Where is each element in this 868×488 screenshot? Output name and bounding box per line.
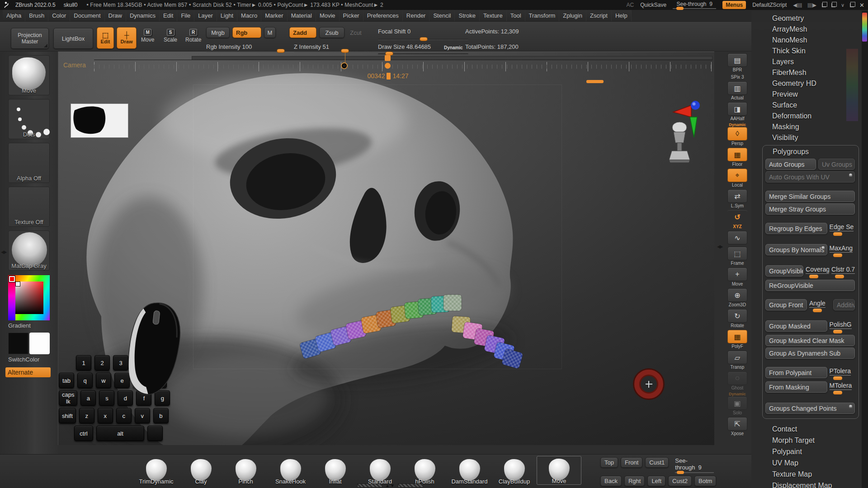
rgb-intensity-handle[interactable] (277, 49, 285, 53)
rgb-intensity-track[interactable] (206, 51, 286, 52)
subpalette-header[interactable]: Texture Map (772, 469, 862, 480)
menu-item[interactable]: Stencil (429, 10, 455, 21)
right-shelf-button[interactable]: ◨ AAHalf (726, 102, 748, 121)
view-button[interactable]: Cust2 (668, 476, 692, 486)
restore-icon[interactable] (850, 3, 854, 7)
load-config-icon[interactable] (831, 3, 835, 7)
rotate-mode-button[interactable]: R Rotate (185, 29, 201, 43)
group-visible-button[interactable]: GroupVisible (765, 265, 803, 277)
focal-shift-handle[interactable] (420, 37, 428, 41)
zcut-button[interactable]: Zcut (347, 27, 364, 38)
scroll-hatch-left[interactable] (357, 483, 382, 488)
focal-shift-slider-label[interactable]: Focal Shift 0 (378, 28, 410, 35)
angle-handle[interactable] (813, 309, 822, 312)
menu-item[interactable]: Color (48, 10, 70, 21)
menu-item[interactable]: Zscript (586, 10, 612, 21)
subpalette-header[interactable]: NanoMesh (772, 35, 862, 46)
right-shelf-button[interactable]: ⬚ Frame (726, 247, 748, 266)
brush-button[interactable]: TrimDynamic (134, 456, 179, 485)
canvas-scroll-widget[interactable]: ▲▼ (357, 483, 423, 488)
menu-item[interactable]: Transform (525, 10, 560, 21)
subpalette-header[interactable]: UV Map (772, 457, 862, 469)
z-intensity-handle[interactable] (341, 49, 349, 53)
view-button[interactable]: Botm (694, 476, 716, 486)
seethrough-handle[interactable] (676, 7, 684, 10)
menu-item[interactable]: Draw (105, 10, 126, 21)
view-button[interactable]: Cust1 (645, 457, 669, 468)
max-angle-slider[interactable]: MaxAng (830, 244, 855, 257)
groups-by-normals-button[interactable]: Groups By Normals (765, 244, 827, 255)
brush-button[interactable]: hPolish (402, 456, 447, 485)
right-shelf-button[interactable]: ▦ PolyF (726, 330, 748, 349)
brush-button[interactable]: Standard (358, 456, 402, 485)
divider-handle[interactable] (586, 80, 604, 83)
left-tray-item[interactable]: Alpha Off (8, 143, 50, 183)
close-icon[interactable]: ✕ (859, 2, 864, 9)
edit-button[interactable]: ⬚ Edit (97, 27, 114, 49)
angle-slider[interactable]: Angle (809, 299, 831, 312)
menu-item[interactable]: Help (612, 10, 632, 21)
brush-button[interactable]: ClayBuildup (492, 456, 537, 485)
group-masked-button[interactable]: Group Masked (765, 320, 827, 332)
subpalette-header[interactable]: Contact (772, 423, 862, 435)
zsub-button[interactable]: Zsub (319, 27, 344, 38)
scroll-hatch-right[interactable] (398, 483, 423, 488)
dynamic-mode-toggle[interactable]: Dynamic (444, 45, 463, 50)
z-intensity-track[interactable] (294, 51, 391, 52)
right-divider-arrows-icon[interactable]: ◀▶ (717, 244, 722, 249)
menu-item[interactable]: Zplugin (559, 10, 586, 21)
alternate-button[interactable]: Alternate (5, 367, 51, 377)
menu-item[interactable]: Movie (316, 10, 340, 21)
view-button[interactable]: Back (600, 476, 622, 486)
zadd-button[interactable]: Zadd (289, 27, 316, 38)
right-shelf-button[interactable]: ∿ (726, 231, 748, 245)
right-shelf-button[interactable]: ↻ Rotate (726, 309, 748, 328)
left-tray-item[interactable]: Dots (8, 99, 50, 139)
menu-item[interactable]: Preferences (363, 10, 403, 21)
subpalette-header[interactable]: Masking (772, 122, 862, 132)
menu-item[interactable]: Material (288, 10, 316, 21)
secondary-color-swatch[interactable] (29, 333, 50, 354)
subpalette-header[interactable]: Morph Target (772, 435, 862, 446)
right-shelf-button[interactable]: ▥ Actual (726, 81, 748, 100)
z-intensity-slider-label[interactable]: Z Intensity 51 (294, 43, 329, 50)
seethrough-slider-bottom[interactable]: See-through 9 (675, 457, 714, 473)
coverage-handle[interactable] (809, 275, 818, 278)
main-color-swatch[interactable] (8, 333, 28, 354)
right-shelf-button[interactable]: ⇄ L.Sym (726, 189, 748, 208)
right-shelf-button[interactable]: ⌖ Local (726, 169, 748, 188)
color-picker-sv-square[interactable] (15, 282, 43, 314)
left-tray-item[interactable]: Move (8, 55, 50, 95)
uv-groups-button[interactable]: Uv Groups (818, 159, 855, 170)
polish-groups-slider[interactable]: PolishG (830, 320, 855, 333)
subpalette-header[interactable]: Polypaint (772, 446, 862, 457)
edge-smooth-slider[interactable]: Edge Se (830, 223, 855, 236)
scroll-right-icon[interactable]: ||||▶ (807, 2, 816, 8)
subpalette-header[interactable]: Displacement Map (772, 480, 862, 488)
projection-master-button[interactable]: Projection Master (11, 28, 49, 49)
m-button[interactable]: M (264, 27, 276, 38)
menu-item[interactable]: Render (403, 10, 430, 21)
brush-button[interactable]: SnakeHook (268, 456, 313, 485)
menu-item[interactable]: Stroke (455, 10, 480, 21)
brush-button[interactable]: Pinch (223, 456, 268, 485)
color-picker-hue-selector[interactable] (9, 276, 15, 282)
switch-color-widget[interactable] (8, 333, 50, 354)
menu-item[interactable]: Texture (480, 10, 507, 21)
color-picker[interactable] (8, 275, 50, 320)
scale-mode-button[interactable]: S Scale (164, 29, 177, 43)
right-shelf-button[interactable]: Dynamic ◊ Persp (726, 123, 748, 146)
scroll-left-icon[interactable]: ◀|||| (793, 2, 802, 8)
view-button[interactable]: Top (600, 457, 618, 468)
brush-button[interactable]: DamStandard (447, 456, 492, 485)
view-button[interactable]: Rght (624, 476, 645, 486)
merge-similar-groups-button[interactable]: Merge Similar Groups (765, 191, 855, 202)
quicksave-button[interactable]: QuickSave (640, 2, 666, 8)
regroup-by-edges-button[interactable]: Regroup By Edges (765, 223, 827, 234)
rgb-intensity-slider-label[interactable]: Rgb Intensity 100 (206, 43, 252, 50)
subpalette-header[interactable]: ArrayMesh (772, 24, 862, 35)
menu-item[interactable]: Light (217, 10, 237, 21)
brush-button[interactable]: Inflat (313, 456, 358, 485)
groups-changed-points-button[interactable]: Groups Changed Points (765, 403, 855, 414)
menu-item[interactable]: Alpha (3, 10, 25, 21)
